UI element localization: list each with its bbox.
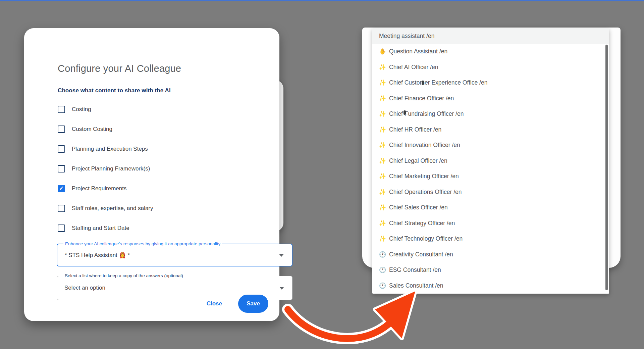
sparkles-icon: ✨ <box>379 220 389 227</box>
checkbox-unchecked[interactable] <box>58 165 65 172</box>
scrollbar-thumb[interactable] <box>605 45 608 290</box>
menu-item[interactable]: ✨Chief Technology Officer /en <box>372 231 609 247</box>
menu-item-label: Chief Finance Officer /en <box>389 95 454 102</box>
personality-select-value: * STS Help Assistant 👩‍🚒 * <box>65 252 130 259</box>
menu-item-label: ESG Consultant /en <box>389 266 441 273</box>
menu-item[interactable]: ✨Chief AI Officer /en <box>372 59 609 75</box>
checkbox-label: Staff roles, expertise, and salary <box>72 205 153 212</box>
menu-item-label: Chief Operations Officer /en <box>389 189 462 196</box>
menu-item-label: Meeting assistant /en <box>379 33 434 40</box>
sparkles-icon: ✨ <box>379 204 389 211</box>
checkbox-label: Planning and Execution Steps <box>72 146 148 152</box>
menu-item-label: Chief Fundraising Officer /en <box>389 110 464 117</box>
clock-icon: 🕐 <box>379 282 389 289</box>
checkbox-row[interactable]: ✓Project Requirements <box>58 179 279 198</box>
menu-item[interactable]: ✨Chief Strategy Officer /en <box>372 215 609 231</box>
dialog-title: Configure your AI Colleague <box>58 63 181 74</box>
clock-icon: 🕐 <box>379 266 389 273</box>
content-checkbox-list: CostingCustom CostingPlanning and Execut… <box>58 99 279 238</box>
menu-item-label: Sales Consultant /en <box>389 282 443 289</box>
menu-item[interactable]: ✨Chief Legal Officer /en <box>372 153 609 169</box>
checkbox-row[interactable]: Project Planning Framework(s) <box>58 159 279 179</box>
menu-item[interactable]: ✨Chief Finance Officer /en <box>372 91 609 106</box>
menu-item[interactable]: ✨Chief Customer Experience Office /en <box>372 75 609 91</box>
menu-item[interactable]: ✋Question Assistant /en <box>372 44 609 60</box>
checkbox-label: Costing <box>72 106 91 113</box>
menu-item[interactable]: ✨Chief HR Officer /en <box>372 122 609 138</box>
menu-item[interactable]: ✨Chief Operations Officer /en <box>372 184 609 200</box>
checkbox-label: Custom Costing <box>72 126 112 133</box>
mouse-cursor <box>404 110 406 115</box>
menu-item-label: Chief Sales Officer /en <box>389 204 448 211</box>
sparkles-icon: ✨ <box>379 173 389 180</box>
checkbox-unchecked[interactable] <box>58 145 65 153</box>
menu-item-label: Chief Legal Officer /en <box>389 157 447 164</box>
checkbox-row[interactable]: Planning and Execution Steps <box>58 139 279 159</box>
menu-item[interactable]: ✨Chief Sales Officer /en <box>372 200 609 216</box>
menu-item[interactable]: 🕐Sales Consultant /en <box>372 278 609 294</box>
sparkles-icon: ✨ <box>379 235 389 242</box>
menu-item-label: Chief Innovation Officer /en <box>389 142 460 149</box>
menu-item-label: Chief Technology Officer /en <box>389 235 463 242</box>
cursor-dot <box>422 81 424 85</box>
menu-item-label: Chief Marketing Officer /en <box>389 173 459 180</box>
menu-item-label: Chief Customer Experience Office /en <box>389 79 487 86</box>
chevron-down-icon[interactable] <box>279 287 284 290</box>
chevron-down-icon[interactable] <box>279 254 284 257</box>
menu-item-label: Creativity Consultant /en <box>389 251 453 258</box>
menu-item-label: Question Assistant /en <box>389 48 447 55</box>
personality-select[interactable]: Enhance your AI colleague's responses by… <box>57 244 292 266</box>
checkbox-row[interactable]: Staff roles, expertise, and salary <box>58 198 279 218</box>
sparkles-icon: ✨ <box>379 189 389 196</box>
sparkles-icon: ✨ <box>379 64 389 71</box>
menu-item[interactable]: Meeting assistant /en <box>372 28 609 44</box>
close-button[interactable]: Close <box>207 300 222 307</box>
menu-item-label: Chief HR Officer /en <box>389 126 441 133</box>
answers-list-select-label: Select a list where to keep a copy of th… <box>63 273 185 278</box>
checkbox-row[interactable]: Staffing and Start Date <box>58 218 279 238</box>
raised-hand-icon: ✋ <box>379 48 389 55</box>
checkbox-unchecked[interactable] <box>58 106 65 113</box>
save-button[interactable]: Save <box>238 295 268 313</box>
menu-item[interactable]: 🕐Creativity Consultant /en <box>372 247 609 262</box>
menu-item-label: Chief AI Officer /en <box>389 64 438 71</box>
checkbox-label: Project Requirements <box>72 185 126 192</box>
checkbox-row[interactable]: Custom Costing <box>58 119 279 139</box>
sparkles-icon: ✨ <box>379 79 389 86</box>
checkbox-label: Staffing and Start Date <box>72 225 129 232</box>
top-window-strip <box>0 0 644 1</box>
answers-list-select-value: Select an option <box>64 285 105 291</box>
sparkles-icon: ✨ <box>379 142 389 149</box>
personality-select-label: Enhance your AI colleague's responses by… <box>63 241 222 246</box>
checkbox-checked[interactable]: ✓ <box>58 185 65 192</box>
sparkles-icon: ✨ <box>379 95 389 102</box>
checkbox-unchecked[interactable] <box>58 225 65 232</box>
sparkles-icon: ✨ <box>379 157 389 164</box>
menu-item[interactable]: ✨Chief Innovation Officer /en <box>372 138 609 153</box>
personality-dropdown-menu: Meeting assistant /en✋Question Assistant… <box>372 28 609 294</box>
checkbox-unchecked[interactable] <box>58 126 65 133</box>
dialog-actions: Close Save <box>207 295 268 313</box>
menu-item-label: Chief Strategy Officer /en <box>389 220 455 227</box>
checkbox-row[interactable]: Costing <box>58 99 279 119</box>
configure-ai-colleague-dialog: Configure your AI Colleague Choose what … <box>24 28 279 321</box>
sparkles-icon: ✨ <box>379 126 389 133</box>
checkbox-unchecked[interactable] <box>58 205 65 212</box>
sparkles-icon: ✨ <box>379 110 389 117</box>
menu-item[interactable]: ✨Chief Fundraising Officer /en <box>372 106 609 122</box>
checkbox-label: Project Planning Framework(s) <box>72 165 150 172</box>
menu-item[interactable]: 🕐ESG Consultant /en <box>372 262 609 278</box>
dialog-subtitle: Choose what content to share with the AI <box>58 87 171 94</box>
clock-icon: 🕐 <box>379 251 389 258</box>
menu-item[interactable]: ✨Chief Marketing Officer /en <box>372 169 609 185</box>
